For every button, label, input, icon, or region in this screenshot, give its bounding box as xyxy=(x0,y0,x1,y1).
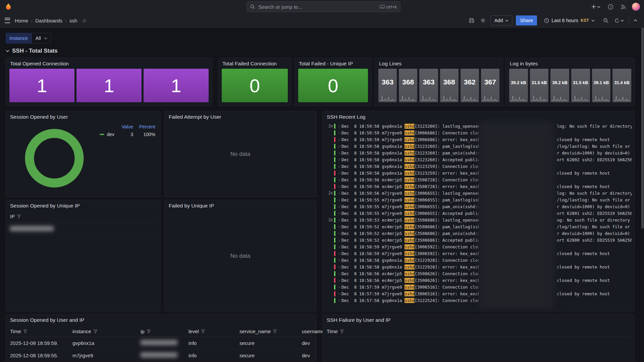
column-header[interactable]: Time xyxy=(327,328,389,334)
opened-boxes: 111 xyxy=(6,69,212,102)
expand-chevron-icon[interactable]: › xyxy=(337,245,341,249)
filter-funnel-icon[interactable] xyxy=(94,329,97,333)
expand-chevron-icon[interactable]: › xyxy=(337,191,341,195)
favorite-star-icon[interactable]: ☆ xyxy=(80,16,88,25)
filter-funnel-icon[interactable] xyxy=(201,329,205,333)
column-header[interactable]: instance xyxy=(72,328,141,334)
help-icon[interactable]: ? xyxy=(606,3,615,11)
dashboard-toolbar: Home › Dashboards › ssh ☆ Add Share L xyxy=(0,13,644,28)
grafana-logo[interactable] xyxy=(4,2,13,11)
expand-chevron-icon[interactable]: › xyxy=(337,238,341,242)
stat-sparkline-box: 31.4 kB xyxy=(612,69,631,102)
search-input[interactable] xyxy=(258,4,377,10)
legend-value-header[interactable]: Value xyxy=(114,124,133,129)
expand-chevron-icon[interactable]: › xyxy=(337,278,341,282)
search-icon xyxy=(250,4,255,9)
filter-funnel-icon[interactable] xyxy=(23,329,27,333)
expand-chevron-icon[interactable]: › xyxy=(337,211,341,215)
variable-value-dropdown[interactable]: All xyxy=(32,33,51,44)
logbytes-boxes: 39.2 kB 31.5 kB 39.2 kB 31.5 kB 39.1 kB … xyxy=(506,69,635,102)
stat-value: 0 xyxy=(328,75,338,97)
news-feed-icon[interactable] xyxy=(620,3,627,11)
search-box[interactable]: ctrl+k xyxy=(247,1,400,12)
time-range-picker[interactable]: Last 6 hours KST xyxy=(540,15,598,25)
cell-username: dev xyxy=(302,340,312,346)
zoom-out-time-icon[interactable] xyxy=(602,16,610,24)
log-level-bar xyxy=(334,124,335,129)
donut-legend: Value Percent dev 3 100% xyxy=(100,124,155,137)
expand-chevron-icon[interactable]: › xyxy=(337,292,341,296)
legend-percent-header[interactable]: Percent xyxy=(133,124,155,129)
mega-menu-toggle-icon[interactable] xyxy=(3,16,11,24)
expand-chevron-icon[interactable]: › xyxy=(337,131,341,135)
highlighted-term: sshd xyxy=(405,171,415,176)
column-header[interactable]: service_name xyxy=(239,328,302,334)
expand-chevron-icon[interactable]: › xyxy=(337,251,341,255)
highlighted-term: sshd xyxy=(405,184,415,189)
expand-chevron-icon[interactable]: › xyxy=(337,198,341,202)
save-dashboard-icon[interactable] xyxy=(468,16,476,24)
stat-sparkline-box: 39.1 kB xyxy=(592,69,611,102)
new-item-button[interactable] xyxy=(590,3,602,10)
log-message-tail: r dev(uid=1000) by dev(uid=0) xyxy=(557,231,632,236)
expand-chevron-icon[interactable]: › xyxy=(337,144,341,148)
log-message: Dec 8 18:59:56 ec4mrjp5 sshd[3508728]: C… xyxy=(341,177,479,182)
filter-funnel-icon[interactable] xyxy=(147,329,151,333)
expand-chevron-icon[interactable]: › xyxy=(337,184,341,188)
filter-funnel-icon[interactable] xyxy=(273,329,277,333)
add-panel-button[interactable]: Add xyxy=(490,15,513,25)
column-header[interactable]: IP xyxy=(10,214,156,223)
share-button[interactable]: Share xyxy=(516,15,537,25)
user-avatar[interactable] xyxy=(632,3,640,11)
page-scrollbar xyxy=(641,13,644,362)
log-message: Dec 8 18:58:56 ec4mrjp5 sshd[3508626]: e… xyxy=(341,278,479,283)
sparkline xyxy=(482,95,498,101)
dashboard-settings-gear-icon[interactable] xyxy=(479,16,487,24)
variable-label[interactable]: Instance xyxy=(6,33,32,44)
refresh-icon xyxy=(614,18,620,23)
expand-chevron-icon[interactable]: › xyxy=(337,178,341,182)
expand-chevron-icon[interactable]: › xyxy=(337,204,341,208)
row-ssh-total-stats[interactable]: SSH - Total Stats xyxy=(6,48,58,54)
sparkline xyxy=(614,95,630,101)
expand-chevron-icon[interactable]: › xyxy=(337,158,341,162)
column-header[interactable]: level xyxy=(189,328,239,334)
column-header[interactable]: ip xyxy=(141,328,189,334)
expand-chevron-icon[interactable]: › xyxy=(337,164,341,168)
expand-chevron-icon[interactable]: › xyxy=(337,124,341,128)
log-level-bar xyxy=(334,224,335,229)
breadcrumb-home[interactable]: Home xyxy=(15,18,28,23)
expand-chevron-icon[interactable]: › xyxy=(337,137,341,141)
expand-chevron-icon[interactable]: › xyxy=(337,272,341,276)
expand-chevron-icon[interactable]: › xyxy=(337,225,341,229)
expand-chevron-icon[interactable]: › xyxy=(337,265,341,269)
breadcrumb-dashboards[interactable]: Dashboards xyxy=(35,18,62,23)
expand-chevron-icon[interactable]: › xyxy=(337,298,341,302)
column-header[interactable]: Time xyxy=(10,328,72,334)
scrollbar-thumb[interactable] xyxy=(641,25,644,229)
log-message-tail: r dev(uid=1000) by dev(uid=0) xyxy=(557,204,632,209)
filter-funnel-icon[interactable] xyxy=(17,215,21,218)
stat-value-box: 1 xyxy=(144,69,209,102)
table-row[interactable]: 2025-12-08 18:59:55. m7jrgve9 info secur… xyxy=(10,349,312,362)
expand-chevron-icon[interactable]: › xyxy=(337,171,341,175)
log-level-bar xyxy=(334,231,335,236)
expand-chevron-icon[interactable]: › xyxy=(337,218,341,222)
table-row[interactable]: 2025-12-08 18:59:59. gvp6nx1a info secur… xyxy=(10,337,312,349)
expand-chevron-icon[interactable]: › xyxy=(337,258,341,262)
expand-chevron-icon[interactable]: › xyxy=(337,151,341,155)
legend-row[interactable]: dev 3 100% xyxy=(100,132,155,137)
refresh-button[interactable] xyxy=(613,17,625,24)
cell-service-name: secure xyxy=(239,340,302,346)
donut-chart[interactable] xyxy=(21,125,88,192)
column-header-label: Time xyxy=(10,328,21,334)
table-row[interactable] xyxy=(10,223,156,235)
log-message: Dec 8 18:57:58 gvp6nx1a sshd[3122524]: C… xyxy=(341,298,479,303)
expand-chevron-icon[interactable]: › xyxy=(337,231,341,235)
filter-funnel-icon[interactable] xyxy=(340,329,344,333)
collapse-toolbar-icon[interactable] xyxy=(632,18,639,23)
log-level-bar xyxy=(334,298,335,303)
panel-failed-attempt-by-user: Failed Attempt by User No data xyxy=(164,111,316,197)
expand-chevron-icon[interactable]: › xyxy=(337,285,341,289)
stat-value: 0 xyxy=(250,75,260,97)
